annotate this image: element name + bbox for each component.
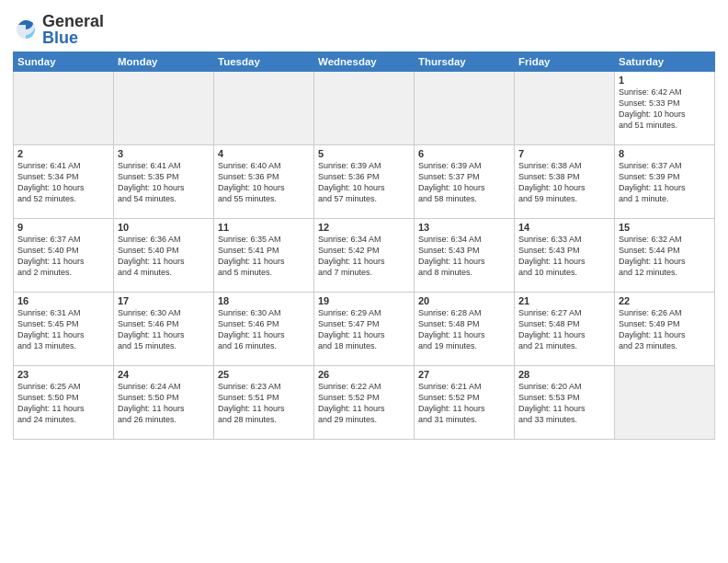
day-cell xyxy=(114,72,214,145)
day-cell: 22Sunrise: 6:26 AM Sunset: 5:49 PM Dayli… xyxy=(615,293,715,366)
day-info: Sunrise: 6:22 AM Sunset: 5:52 PM Dayligh… xyxy=(318,381,410,426)
day-cell: 16Sunrise: 6:31 AM Sunset: 5:45 PM Dayli… xyxy=(14,293,114,366)
day-cell: 10Sunrise: 6:36 AM Sunset: 5:40 PM Dayli… xyxy=(114,219,214,293)
day-number: 1 xyxy=(619,75,711,86)
day-info: Sunrise: 6:21 AM Sunset: 5:52 PM Dayligh… xyxy=(418,381,510,426)
header: GeneralBlue xyxy=(13,9,715,46)
day-number: 8 xyxy=(619,148,711,159)
day-cell xyxy=(615,366,715,440)
day-number: 24 xyxy=(118,369,210,380)
day-number: 26 xyxy=(318,369,410,380)
day-info: Sunrise: 6:34 AM Sunset: 5:42 PM Dayligh… xyxy=(318,234,410,279)
day-number: 23 xyxy=(17,369,109,380)
day-info: Sunrise: 6:24 AM Sunset: 5:50 PM Dayligh… xyxy=(118,381,210,426)
day-info: Sunrise: 6:42 AM Sunset: 5:33 PM Dayligh… xyxy=(619,86,711,132)
day-cell xyxy=(415,72,515,145)
day-cell: 24Sunrise: 6:24 AM Sunset: 5:50 PM Dayli… xyxy=(114,366,214,440)
header-wednesday: Wednesday xyxy=(314,52,415,72)
day-cell: 2Sunrise: 6:41 AM Sunset: 5:34 PM Daylig… xyxy=(14,145,114,219)
day-cell: 8Sunrise: 6:37 AM Sunset: 5:39 PM Daylig… xyxy=(615,145,715,219)
week-row-3: 16Sunrise: 6:31 AM Sunset: 5:45 PM Dayli… xyxy=(14,293,715,366)
day-cell: 23Sunrise: 6:25 AM Sunset: 5:50 PM Dayli… xyxy=(14,366,114,440)
day-info: Sunrise: 6:37 AM Sunset: 5:39 PM Dayligh… xyxy=(619,160,711,205)
day-cell: 4Sunrise: 6:40 AM Sunset: 5:36 PM Daylig… xyxy=(214,145,314,219)
day-cell: 27Sunrise: 6:21 AM Sunset: 5:52 PM Dayli… xyxy=(415,366,515,440)
day-number: 28 xyxy=(518,369,610,380)
day-number: 27 xyxy=(418,369,510,380)
day-cell: 6Sunrise: 6:39 AM Sunset: 5:37 PM Daylig… xyxy=(415,145,515,219)
day-info: Sunrise: 6:41 AM Sunset: 5:35 PM Dayligh… xyxy=(118,160,210,205)
day-cell: 25Sunrise: 6:23 AM Sunset: 5:51 PM Dayli… xyxy=(214,366,314,440)
header-monday: Monday xyxy=(114,52,214,72)
day-cell: 13Sunrise: 6:34 AM Sunset: 5:43 PM Dayli… xyxy=(415,219,515,293)
day-info: Sunrise: 6:28 AM Sunset: 5:48 PM Dayligh… xyxy=(418,307,510,352)
day-info: Sunrise: 6:41 AM Sunset: 5:34 PM Dayligh… xyxy=(17,160,109,205)
header-thursday: Thursday xyxy=(415,52,515,72)
day-cell: 3Sunrise: 6:41 AM Sunset: 5:35 PM Daylig… xyxy=(114,145,214,219)
day-number: 14 xyxy=(518,222,610,233)
day-number: 12 xyxy=(318,222,410,233)
day-cell: 5Sunrise: 6:39 AM Sunset: 5:36 PM Daylig… xyxy=(314,145,415,219)
day-number: 11 xyxy=(218,222,310,233)
day-info: Sunrise: 6:31 AM Sunset: 5:45 PM Dayligh… xyxy=(17,307,109,352)
week-row-0: 1Sunrise: 6:42 AM Sunset: 5:33 PM Daylig… xyxy=(14,72,715,145)
day-number: 18 xyxy=(218,295,310,306)
day-cell: 9Sunrise: 6:37 AM Sunset: 5:40 PM Daylig… xyxy=(14,219,114,293)
day-cell xyxy=(314,72,415,145)
day-number: 15 xyxy=(619,222,711,233)
day-info: Sunrise: 6:30 AM Sunset: 5:46 PM Dayligh… xyxy=(118,307,210,352)
day-info: Sunrise: 6:35 AM Sunset: 5:41 PM Dayligh… xyxy=(218,234,310,279)
day-number: 4 xyxy=(218,148,310,159)
day-number: 2 xyxy=(17,148,109,159)
day-cell: 15Sunrise: 6:32 AM Sunset: 5:44 PM Dayli… xyxy=(615,219,715,293)
day-info: Sunrise: 6:32 AM Sunset: 5:44 PM Dayligh… xyxy=(619,234,711,279)
logo-general: General xyxy=(42,13,104,29)
page-container: GeneralBlue SundayMondayTuesdayWednesday… xyxy=(0,0,728,449)
day-cell xyxy=(515,72,615,145)
day-number: 19 xyxy=(318,295,410,306)
day-cell: 28Sunrise: 6:20 AM Sunset: 5:53 PM Dayli… xyxy=(515,366,615,440)
day-info: Sunrise: 6:33 AM Sunset: 5:43 PM Dayligh… xyxy=(518,234,610,279)
day-number: 6 xyxy=(418,148,510,159)
logo-icon xyxy=(13,17,39,42)
header-row: SundayMondayTuesdayWednesdayThursdayFrid… xyxy=(14,52,715,72)
header-saturday: Saturday xyxy=(615,52,715,72)
day-number: 3 xyxy=(118,148,210,159)
day-cell: 20Sunrise: 6:28 AM Sunset: 5:48 PM Dayli… xyxy=(415,293,515,366)
day-info: Sunrise: 6:39 AM Sunset: 5:36 PM Dayligh… xyxy=(318,160,410,205)
day-number: 21 xyxy=(518,295,610,306)
day-cell: 14Sunrise: 6:33 AM Sunset: 5:43 PM Dayli… xyxy=(515,219,615,293)
day-info: Sunrise: 6:26 AM Sunset: 5:49 PM Dayligh… xyxy=(619,307,711,352)
day-cell: 11Sunrise: 6:35 AM Sunset: 5:41 PM Dayli… xyxy=(214,219,314,293)
day-number: 5 xyxy=(318,148,410,159)
week-row-4: 23Sunrise: 6:25 AM Sunset: 5:50 PM Dayli… xyxy=(14,366,715,440)
day-cell: 18Sunrise: 6:30 AM Sunset: 5:46 PM Dayli… xyxy=(214,293,314,366)
day-cell: 21Sunrise: 6:27 AM Sunset: 5:48 PM Dayli… xyxy=(515,293,615,366)
day-info: Sunrise: 6:30 AM Sunset: 5:46 PM Dayligh… xyxy=(218,307,310,352)
day-info: Sunrise: 6:27 AM Sunset: 5:48 PM Dayligh… xyxy=(518,307,610,352)
logo-blue: Blue xyxy=(42,29,104,46)
header-friday: Friday xyxy=(515,52,615,72)
day-number: 7 xyxy=(518,148,610,159)
header-sunday: Sunday xyxy=(14,52,114,72)
day-number: 25 xyxy=(218,369,310,380)
day-info: Sunrise: 6:25 AM Sunset: 5:50 PM Dayligh… xyxy=(17,381,109,426)
day-number: 9 xyxy=(17,222,109,233)
day-cell: 26Sunrise: 6:22 AM Sunset: 5:52 PM Dayli… xyxy=(314,366,415,440)
week-row-2: 9Sunrise: 6:37 AM Sunset: 5:40 PM Daylig… xyxy=(14,219,715,293)
calendar-table: SundayMondayTuesdayWednesdayThursdayFrid… xyxy=(13,52,715,440)
week-row-1: 2Sunrise: 6:41 AM Sunset: 5:34 PM Daylig… xyxy=(14,145,715,219)
logo-text: GeneralBlue xyxy=(42,13,104,46)
day-number: 13 xyxy=(418,222,510,233)
day-cell xyxy=(14,72,114,145)
day-info: Sunrise: 6:37 AM Sunset: 5:40 PM Dayligh… xyxy=(17,234,109,279)
day-info: Sunrise: 6:40 AM Sunset: 5:36 PM Dayligh… xyxy=(218,160,310,205)
day-info: Sunrise: 6:36 AM Sunset: 5:40 PM Dayligh… xyxy=(118,234,210,279)
logo: GeneralBlue xyxy=(13,13,104,46)
day-cell: 1Sunrise: 6:42 AM Sunset: 5:33 PM Daylig… xyxy=(615,72,715,145)
day-number: 20 xyxy=(418,295,510,306)
day-cell: 17Sunrise: 6:30 AM Sunset: 5:46 PM Dayli… xyxy=(114,293,214,366)
header-tuesday: Tuesday xyxy=(214,52,314,72)
day-info: Sunrise: 6:34 AM Sunset: 5:43 PM Dayligh… xyxy=(418,234,510,279)
day-info: Sunrise: 6:38 AM Sunset: 5:38 PM Dayligh… xyxy=(518,160,610,205)
